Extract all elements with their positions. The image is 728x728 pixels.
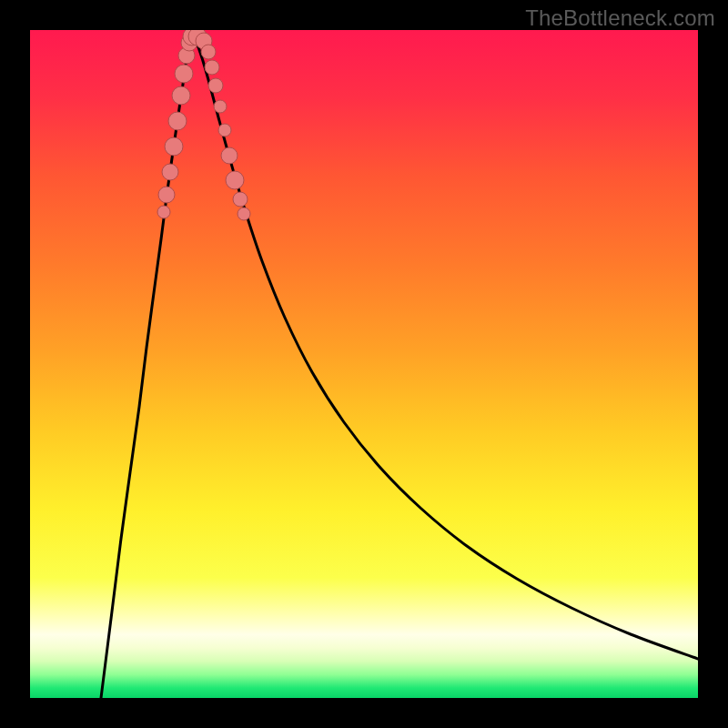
dot-left-1 bbox=[157, 206, 170, 218]
dot-right-2 bbox=[205, 60, 219, 75]
dot-left-3 bbox=[162, 164, 178, 180]
dot-right-9 bbox=[238, 207, 250, 220]
dot-left-2 bbox=[158, 187, 175, 203]
dot-left-4 bbox=[165, 137, 183, 156]
dot-left-6 bbox=[172, 86, 190, 105]
dot-right-1 bbox=[201, 45, 216, 59]
dot-right-3 bbox=[208, 78, 223, 93]
dot-right-8 bbox=[233, 192, 248, 207]
watermark-text: TheBottleneck.com bbox=[525, 5, 715, 31]
dot-left-5 bbox=[168, 112, 187, 130]
dot-left-7 bbox=[175, 65, 193, 83]
plot-area bbox=[30, 30, 698, 698]
dot-right-5 bbox=[218, 124, 231, 136]
gradient-background bbox=[30, 30, 698, 698]
dot-right-4 bbox=[214, 100, 227, 113]
dot-right-7 bbox=[226, 171, 244, 189]
chart-svg bbox=[30, 30, 698, 698]
dot-right-6 bbox=[221, 147, 238, 164]
chart-frame: TheBottleneck.com bbox=[0, 0, 728, 728]
